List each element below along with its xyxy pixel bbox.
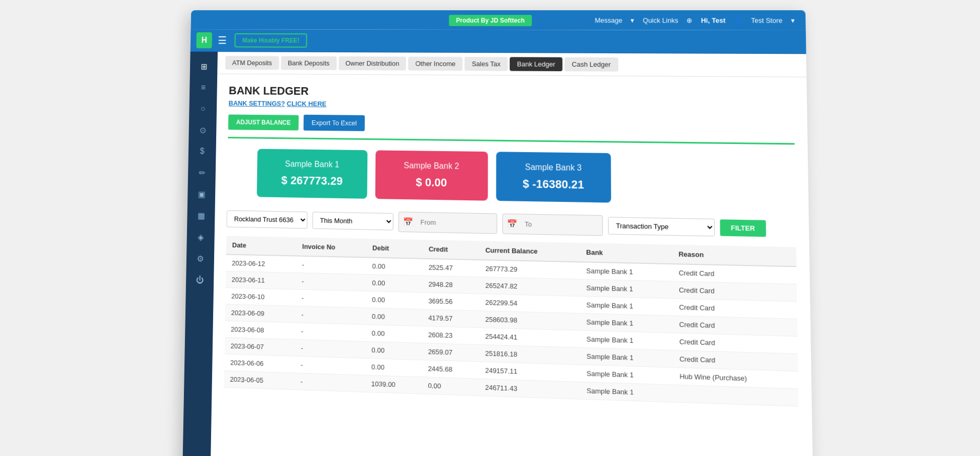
tab-atm-deposits[interactable]: ATM Deposits: [225, 56, 279, 70]
sidebar-item-box[interactable]: ◈: [191, 227, 210, 247]
bank-cards-container: Sample Bank 1 $ 267773.29 Sample Bank 2 …: [257, 149, 796, 206]
bank-card-2-name: Sample Bank 2: [390, 161, 472, 171]
col-date: Date: [226, 236, 296, 256]
cell-bank: Sample Bank 1: [580, 279, 673, 299]
cell-invoice: -: [295, 306, 366, 324]
divider: [228, 137, 795, 144]
cell-invoice: -: [294, 373, 365, 392]
transaction-type-select[interactable]: Transaction Type: [608, 217, 714, 236]
cell-debit: 0.00: [365, 341, 422, 360]
sidebar-item-cart[interactable]: ⊙: [193, 120, 212, 140]
cell-balance: 246711.43: [478, 379, 580, 399]
main-content: ATM Deposits Bank Deposits Owner Distrib…: [210, 52, 813, 456]
app-layout: ⊞ ≡ ○ ⊙ $ ✏ ▣ ▦ ◈ ⚙ ⏻ ATM Deposits Bank …: [182, 52, 813, 456]
sidebar-item-cash[interactable]: ○: [193, 99, 212, 118]
col-reason: Reason: [672, 245, 796, 267]
sidebar-item-power[interactable]: ⏻: [190, 270, 209, 290]
hamburger-icon[interactable]: ☰: [218, 34, 227, 47]
filter-button[interactable]: FILTER: [720, 219, 766, 237]
from-date-input[interactable]: [415, 215, 492, 231]
tab-cash-ledger[interactable]: Cash Ledger: [565, 57, 618, 72]
page-title: BANK LEDGER: [228, 84, 794, 101]
tab-other-income[interactable]: Other Income: [408, 57, 463, 71]
from-date-wrapper: 📅: [398, 212, 497, 234]
cell-debit: 1039.00: [365, 375, 422, 394]
quicklinks-plus: ⊕: [686, 16, 693, 24]
cell-date: 2023-06-06: [224, 354, 295, 373]
tab-bank-ledger[interactable]: Bank Ledger: [510, 57, 562, 71]
col-credit: Credit: [422, 240, 479, 260]
cell-bank: Sample Bank 1: [580, 296, 673, 316]
adjust-balance-button[interactable]: ADJUST BALANCE: [228, 114, 299, 130]
bank-card-2[interactable]: Sample Bank 2 $ 0.00: [375, 150, 488, 200]
bank-card-3[interactable]: Sample Bank 3 $ -16380.21: [496, 152, 611, 202]
cell-balance: 265247.82: [479, 277, 580, 296]
tab-bank-deposits[interactable]: Bank Deposits: [281, 56, 337, 70]
bank-card-1[interactable]: Sample Bank 1 $ 267773.29: [257, 149, 367, 199]
cell-bank: Sample Bank 1: [580, 314, 673, 333]
export-excel-button[interactable]: Export To Excel: [303, 115, 365, 131]
cell-bank: Sample Bank 1: [580, 365, 673, 385]
sidebar-item-tag[interactable]: ✏: [192, 163, 211, 182]
bank-card-3-amount: $ -16380.21: [511, 177, 595, 192]
bank-card-3-name: Sample Bank 3: [511, 162, 595, 173]
cell-debit: 0.00: [365, 325, 422, 343]
cell-invoice: -: [295, 323, 365, 342]
cell-credit: 0.00: [422, 377, 479, 396]
message-link[interactable]: Message: [595, 16, 622, 24]
logo-box[interactable]: H: [196, 32, 212, 48]
cell-date: 2023-06-12: [225, 255, 296, 273]
to-date-input[interactable]: [519, 216, 597, 233]
bank-card-2-amount: $ 0.00: [390, 175, 472, 190]
store-label[interactable]: Test Store: [751, 16, 782, 24]
product-badge: Product By JD Softtech: [449, 15, 532, 26]
cell-date: 2023-06-05: [224, 371, 295, 390]
sidebar-item-reports[interactable]: ≡: [194, 78, 213, 97]
sub-nav: ATM Deposits Bank Deposits Owner Distrib…: [217, 52, 806, 77]
sidebar-item-settings[interactable]: ⚙: [191, 248, 210, 268]
sidebar-item-dollar[interactable]: $: [193, 141, 212, 161]
user-icon: 👤: [734, 16, 742, 24]
table-wrapper: Date Invoice No Debit Credit Current Bal…: [224, 236, 799, 406]
bank-select[interactable]: Rockland Trust 6636: [226, 210, 307, 229]
col-bank: Bank: [579, 243, 672, 264]
cell-reason: [673, 385, 799, 406]
cell-debit: 0.00: [365, 308, 422, 326]
cell-invoice: -: [296, 273, 366, 291]
period-select[interactable]: This Month: [312, 212, 393, 230]
tab-sales-tax[interactable]: Sales Tax: [464, 57, 507, 71]
sidebar-item-dashboard[interactable]: ⊞: [194, 57, 213, 76]
sidebar-item-chart[interactable]: ▦: [191, 205, 210, 225]
cell-date: 2023-06-10: [225, 287, 295, 306]
cell-date: 2023-06-07: [224, 338, 295, 357]
page-content: BANK LEDGER BANK SETTINGS? CLICK HERE AD…: [212, 74, 812, 418]
cell-debit: 0.00: [366, 257, 422, 276]
cell-credit: 2608.23: [422, 326, 478, 345]
cell-credit: 4179.57: [422, 309, 478, 328]
cell-credit: 2525.47: [422, 259, 479, 277]
make-free-button[interactable]: Make Hisably FREE!: [234, 33, 307, 48]
bank-card-1-amount: $ 267773.29: [272, 174, 352, 188]
cell-credit: 2445.68: [422, 360, 479, 379]
top-bar: Product By JD Softtech Message ▾ Quick L…: [191, 10, 805, 30]
cell-balance: 254424.41: [478, 328, 580, 348]
bank-settings-row: BANK SETTINGS? CLICK HERE: [228, 99, 794, 112]
product-badge-container: Product By JD Softtech: [449, 15, 532, 25]
action-buttons: ADJUST BALANCE Export To Excel: [228, 114, 794, 135]
quick-links-link[interactable]: Quick Links: [642, 16, 678, 24]
cell-credit: 2948.28: [422, 276, 479, 294]
cell-balance: 258603.98: [478, 310, 579, 330]
sidebar-item-fuel[interactable]: ▣: [192, 184, 211, 203]
cell-credit: 3695.56: [422, 293, 479, 311]
bank-settings-text: BANK SETTINGS?: [228, 99, 285, 108]
cell-date: 2023-06-09: [225, 304, 295, 323]
hi-user-label: Hi, Test: [701, 16, 725, 24]
bank-card-1-name: Sample Bank 1: [272, 159, 352, 170]
col-balance: Current Balance: [479, 241, 580, 262]
cell-debit: 0.00: [365, 358, 422, 377]
period-select-wrapper: This Month: [312, 212, 393, 230]
bank-select-wrapper: Rockland Trust 6636: [226, 210, 307, 229]
cell-invoice: -: [296, 256, 366, 274]
bank-settings-link[interactable]: CLICK HERE: [286, 100, 326, 108]
tab-owner-distribution[interactable]: Owner Distribution: [338, 56, 406, 70]
